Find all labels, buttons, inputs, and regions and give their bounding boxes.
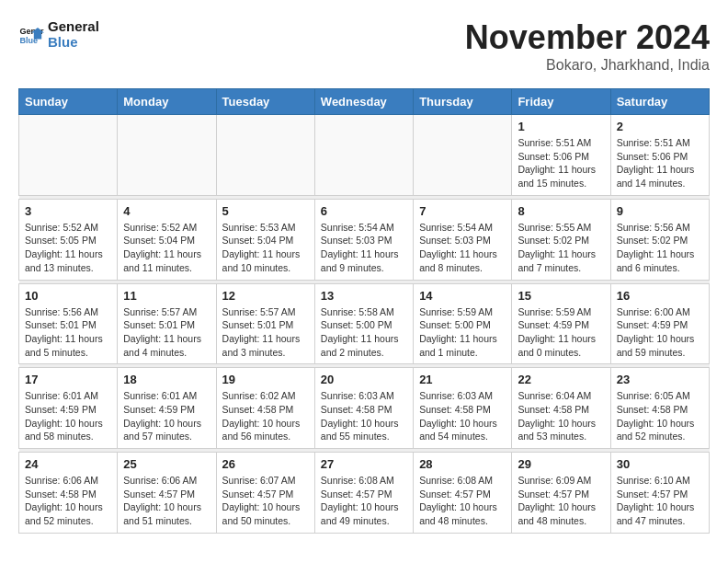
- day-info: Sunrise: 5:55 AM Sunset: 5:02 PM Dayligh…: [518, 221, 604, 275]
- logo: General Blue General Blue: [18, 18, 99, 50]
- calendar-cell: 12Sunrise: 5:57 AM Sunset: 5:01 PM Dayli…: [216, 283, 314, 364]
- weekday-header: Monday: [118, 89, 216, 115]
- calendar-cell: 22Sunrise: 6:04 AM Sunset: 4:58 PM Dayli…: [512, 368, 610, 449]
- day-number: 11: [123, 289, 210, 303]
- weekday-header: Friday: [512, 89, 610, 115]
- calendar-cell: 19Sunrise: 6:02 AM Sunset: 4:58 PM Dayli…: [216, 368, 314, 449]
- calendar-cell: 7Sunrise: 5:54 AM Sunset: 5:03 PM Daylig…: [414, 199, 512, 280]
- day-number: 7: [419, 204, 506, 218]
- day-info: Sunrise: 6:06 AM Sunset: 4:57 PM Dayligh…: [123, 474, 210, 528]
- calendar-cell: 29Sunrise: 6:09 AM Sunset: 4:57 PM Dayli…: [512, 453, 610, 534]
- day-number: 16: [617, 289, 703, 303]
- day-number: 10: [25, 289, 111, 303]
- calendar-cell: 14Sunrise: 5:59 AM Sunset: 5:00 PM Dayli…: [414, 283, 512, 364]
- calendar-cell: 17Sunrise: 6:01 AM Sunset: 4:59 PM Dayli…: [19, 368, 118, 449]
- day-info: Sunrise: 5:58 AM Sunset: 5:00 PM Dayligh…: [321, 305, 407, 360]
- calendar-cell: 3Sunrise: 5:52 AM Sunset: 5:05 PM Daylig…: [19, 199, 118, 280]
- calendar-week-row: 3Sunrise: 5:52 AM Sunset: 5:05 PM Daylig…: [19, 199, 710, 280]
- weekday-header: Sunday: [19, 89, 118, 115]
- day-number: 30: [617, 457, 703, 471]
- day-info: Sunrise: 6:10 AM Sunset: 4:57 PM Dayligh…: [617, 474, 703, 528]
- day-number: 24: [25, 457, 111, 471]
- logo-line2: Blue: [48, 34, 99, 50]
- calendar-cell: [216, 115, 314, 196]
- day-info: Sunrise: 5:53 AM Sunset: 5:04 PM Dayligh…: [222, 221, 309, 275]
- logo-line1: General: [48, 18, 99, 34]
- calendar-cell: 30Sunrise: 6:10 AM Sunset: 4:57 PM Dayli…: [610, 453, 709, 534]
- calendar-week-row: 24Sunrise: 6:06 AM Sunset: 4:58 PM Dayli…: [19, 453, 710, 534]
- calendar-cell: 4Sunrise: 5:52 AM Sunset: 5:04 PM Daylig…: [118, 199, 216, 280]
- day-number: 12: [222, 289, 309, 303]
- day-info: Sunrise: 5:59 AM Sunset: 5:00 PM Dayligh…: [419, 305, 506, 360]
- weekday-header: Thursday: [414, 89, 512, 115]
- day-number: 13: [321, 289, 407, 303]
- day-number: 6: [321, 204, 407, 218]
- day-info: Sunrise: 6:07 AM Sunset: 4:57 PM Dayligh…: [222, 474, 309, 528]
- day-number: 18: [123, 373, 210, 386]
- weekday-header-row: SundayMondayTuesdayWednesdayThursdayFrid…: [19, 89, 710, 115]
- header: General Blue General Blue November 2024 …: [18, 18, 710, 74]
- day-info: Sunrise: 5:57 AM Sunset: 5:01 PM Dayligh…: [123, 305, 210, 360]
- day-info: Sunrise: 5:51 AM Sunset: 5:06 PM Dayligh…: [617, 136, 703, 190]
- calendar-cell: 13Sunrise: 5:58 AM Sunset: 5:00 PM Dayli…: [314, 283, 413, 364]
- title-area: November 2024 Bokaro, Jharkhand, India: [465, 18, 710, 74]
- calendar-cell: [314, 115, 413, 196]
- day-number: 19: [222, 373, 309, 386]
- day-info: Sunrise: 5:52 AM Sunset: 5:04 PM Dayligh…: [123, 221, 210, 275]
- calendar: SundayMondayTuesdayWednesdayThursdayFrid…: [18, 88, 710, 534]
- day-info: Sunrise: 6:03 AM Sunset: 4:58 PM Dayligh…: [419, 389, 506, 443]
- day-number: 9: [617, 204, 703, 218]
- day-info: Sunrise: 6:04 AM Sunset: 4:58 PM Dayligh…: [518, 389, 604, 443]
- day-info: Sunrise: 5:56 AM Sunset: 5:02 PM Dayligh…: [617, 221, 703, 275]
- day-info: Sunrise: 6:08 AM Sunset: 4:57 PM Dayligh…: [419, 474, 506, 528]
- day-info: Sunrise: 6:02 AM Sunset: 4:58 PM Dayligh…: [222, 389, 309, 443]
- day-info: Sunrise: 5:52 AM Sunset: 5:05 PM Dayligh…: [25, 221, 111, 275]
- day-number: 14: [419, 289, 506, 303]
- calendar-cell: 10Sunrise: 5:56 AM Sunset: 5:01 PM Dayli…: [19, 283, 118, 364]
- day-number: 21: [419, 373, 506, 386]
- calendar-cell: [414, 115, 512, 196]
- calendar-cell: 2Sunrise: 5:51 AM Sunset: 5:06 PM Daylig…: [610, 115, 709, 196]
- day-info: Sunrise: 5:54 AM Sunset: 5:03 PM Dayligh…: [321, 221, 407, 275]
- weekday-header: Tuesday: [216, 89, 314, 115]
- calendar-week-row: 1Sunrise: 5:51 AM Sunset: 5:06 PM Daylig…: [19, 115, 710, 196]
- calendar-cell: [19, 115, 118, 196]
- calendar-cell: 16Sunrise: 6:00 AM Sunset: 4:59 PM Dayli…: [610, 283, 709, 364]
- calendar-cell: 9Sunrise: 5:56 AM Sunset: 5:02 PM Daylig…: [610, 199, 709, 280]
- day-number: 5: [222, 204, 309, 218]
- day-info: Sunrise: 5:56 AM Sunset: 5:01 PM Dayligh…: [25, 305, 111, 360]
- month-title: November 2024: [465, 18, 710, 57]
- day-number: 4: [123, 204, 210, 218]
- day-info: Sunrise: 6:09 AM Sunset: 4:57 PM Dayligh…: [518, 474, 604, 528]
- day-info: Sunrise: 6:05 AM Sunset: 4:58 PM Dayligh…: [617, 389, 703, 443]
- calendar-cell: 1Sunrise: 5:51 AM Sunset: 5:06 PM Daylig…: [512, 115, 610, 196]
- day-number: 20: [321, 373, 407, 386]
- day-info: Sunrise: 5:57 AM Sunset: 5:01 PM Dayligh…: [222, 305, 309, 360]
- calendar-week-row: 17Sunrise: 6:01 AM Sunset: 4:59 PM Dayli…: [19, 368, 710, 449]
- calendar-cell: 11Sunrise: 5:57 AM Sunset: 5:01 PM Dayli…: [118, 283, 216, 364]
- calendar-cell: 28Sunrise: 6:08 AM Sunset: 4:57 PM Dayli…: [414, 453, 512, 534]
- logo-icon: General Blue: [18, 21, 44, 47]
- calendar-cell: 5Sunrise: 5:53 AM Sunset: 5:04 PM Daylig…: [216, 199, 314, 280]
- calendar-cell: 20Sunrise: 6:03 AM Sunset: 4:58 PM Dayli…: [314, 368, 413, 449]
- day-number: 3: [25, 204, 111, 218]
- calendar-cell: 25Sunrise: 6:06 AM Sunset: 4:57 PM Dayli…: [118, 453, 216, 534]
- day-info: Sunrise: 6:08 AM Sunset: 4:57 PM Dayligh…: [321, 474, 407, 528]
- calendar-cell: [118, 115, 216, 196]
- calendar-cell: 24Sunrise: 6:06 AM Sunset: 4:58 PM Dayli…: [19, 453, 118, 534]
- calendar-cell: 27Sunrise: 6:08 AM Sunset: 4:57 PM Dayli…: [314, 453, 413, 534]
- calendar-cell: 26Sunrise: 6:07 AM Sunset: 4:57 PM Dayli…: [216, 453, 314, 534]
- calendar-cell: 21Sunrise: 6:03 AM Sunset: 4:58 PM Dayli…: [414, 368, 512, 449]
- day-info: Sunrise: 6:03 AM Sunset: 4:58 PM Dayligh…: [321, 389, 407, 443]
- day-number: 23: [617, 373, 703, 386]
- day-number: 8: [518, 204, 604, 218]
- day-number: 2: [617, 120, 703, 133]
- day-number: 26: [222, 457, 309, 471]
- day-info: Sunrise: 6:01 AM Sunset: 4:59 PM Dayligh…: [25, 389, 111, 443]
- calendar-cell: 15Sunrise: 5:59 AM Sunset: 4:59 PM Dayli…: [512, 283, 610, 364]
- day-number: 25: [123, 457, 210, 471]
- weekday-header: Wednesday: [314, 89, 413, 115]
- weekday-header: Saturday: [610, 89, 709, 115]
- day-number: 1: [518, 120, 604, 133]
- day-number: 28: [419, 457, 506, 471]
